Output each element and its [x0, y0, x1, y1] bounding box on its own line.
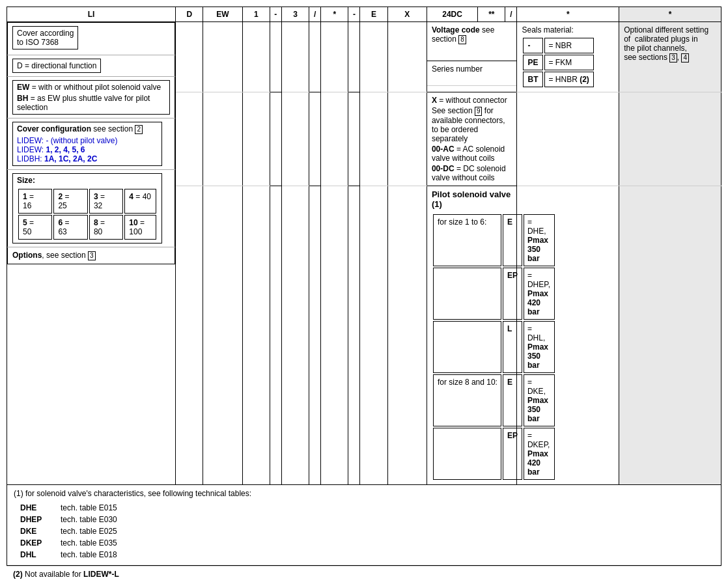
voltage-label: Voltage code — [432, 25, 480, 35]
x-connector — [387, 92, 427, 186]
cover-config-title: Cover configuration see section 2 — [17, 124, 158, 134]
bh-line: BH = as EW plus shuttle valve for pilot … — [17, 94, 165, 112]
ew-line: EW = with or whithout pilot solenoid val… — [17, 83, 165, 92]
header-starstar: ** — [478, 7, 505, 22]
cover-config-label: Cover configuration — [17, 124, 91, 133]
fn1-dhl-label: DHL — [15, 549, 54, 560]
dash1-pilot — [270, 186, 281, 485]
seals-dash: - — [523, 38, 542, 53]
header-row: LI D EW 1 - 3 / * - E X 24DC ** / * * — [7, 7, 721, 22]
ew-label: EW — [17, 83, 29, 92]
ew-section: EW = with or whithout pilot solenoid val… — [8, 77, 175, 118]
size-title: Size: — [17, 176, 158, 185]
header-star2: * — [517, 7, 619, 22]
e-pilot — [360, 186, 387, 485]
seals-row-fkm: PE = FKM — [523, 55, 593, 70]
header-star3: * — [619, 7, 721, 22]
seals-row-hnbr: BT = HNBR (2) — [523, 72, 593, 87]
main-page: LI D EW 1 - 3 / * - E X 24DC ** / * * — [7, 7, 721, 582]
size-8: 8 = 80 — [89, 215, 123, 240]
cover-section: Cover according to ISO 7368 — [8, 23, 175, 55]
slash1-pilot — [309, 186, 321, 485]
size-section: Size: 1 = 16 2 = 25 3 = 32 4 = 40 5 = 50 — [8, 170, 175, 247]
connector-info-cell: X = without connector See section 9 for … — [427, 92, 517, 186]
size-6: 6 = 63 — [53, 215, 87, 240]
options-label: Options — [12, 251, 42, 260]
seals-title: Seals material: — [522, 25, 614, 35]
num3-col-cell — [281, 22, 309, 92]
section8-box: 8 — [458, 35, 466, 44]
optional-pilot — [619, 186, 721, 485]
dash1-col-cell — [270, 22, 281, 92]
directional-text: D = directional function — [17, 61, 96, 70]
seals-cell: Seals material: - = NBR PE = FKM BT = HN… — [517, 22, 619, 92]
pilot-table: for size 1 to 6: E = DHE, Pmax 350 bar E… — [432, 213, 556, 481]
num3-connector — [281, 92, 309, 186]
series-cell: Series number — [427, 61, 517, 86]
x-label: X — [432, 96, 437, 105]
directional-box: D = directional function — [12, 59, 101, 73]
header-slash2: / — [505, 7, 517, 22]
fn1-dhep-label: DHEP — [15, 514, 54, 525]
bh-text: = as EW plus shuttle valve for pilot sel… — [17, 94, 150, 112]
optional-text: Optional different settingof calibrated … — [624, 25, 716, 63]
pilot-title: Pilot solenoid valve (1) — [432, 189, 512, 209]
seals-row-nbr: - = NBR — [523, 38, 593, 53]
ac-line: 00-AC = AC solenoid valve without coils — [432, 145, 512, 163]
size-row-1: 1 = 16 2 = 25 3 = 32 4 = 40 — [18, 189, 156, 214]
lidew-nums-text: 1, 2, 4, 5, 6 — [46, 145, 85, 154]
header-e: E — [360, 7, 387, 22]
fn2-text: (2) Not available for LIDEW*-L — [13, 570, 715, 579]
dc-label: 00-DC — [432, 164, 455, 173]
cover-text: Cover according to ISO 7368 — [17, 29, 74, 47]
x-line: X = without connector — [432, 96, 512, 105]
lidew-nums: LIDEW: 1, 2, 4, 5, 6 — [17, 145, 158, 154]
footnote-area: (1) for solenoid valve's characteristics… — [7, 485, 721, 566]
header-d: D — [176, 7, 203, 22]
section4-ref: 4 — [681, 53, 689, 63]
fn2-area: (2) Not available for LIDEW*-L — [7, 566, 721, 582]
cover-config-section: Cover configuration see section 2 LIDEW:… — [8, 118, 175, 170]
ew-box: EW = with or whithout pilot solenoid val… — [12, 80, 170, 115]
header-1: 1 — [242, 7, 270, 22]
fn1-dhe-label: DHE — [15, 503, 54, 513]
dash2-connector — [348, 92, 360, 186]
lidew-minus: LIDEW: - (without pilot valve) — [17, 136, 158, 145]
header-slash1: / — [309, 7, 321, 22]
d-connector — [176, 92, 203, 186]
section9-box: 9 — [475, 107, 483, 116]
dash1-connector — [270, 92, 281, 186]
header-24dc: 24DC — [427, 7, 477, 22]
lidbh-text: 1A, 1C, 2A, 2C — [44, 154, 97, 163]
series-text: Series number — [432, 64, 483, 74]
seals-bt: BT — [523, 72, 542, 87]
d-col-cell — [176, 22, 203, 92]
pilot-ep-8-10-spacer — [433, 428, 501, 480]
ew-pilot — [203, 186, 242, 485]
pilot-l-spacer — [433, 321, 501, 373]
ew-connector — [203, 92, 242, 186]
see-line: See section 9 for available connectors, … — [432, 106, 512, 143]
fn1-dhl-val: tech. table E018 — [55, 549, 713, 560]
fn1-dkep-label: DKEP — [15, 538, 54, 548]
seals-nbr: = NBR — [544, 38, 594, 53]
num3-pilot — [281, 186, 309, 485]
size-10: 10 = 100 — [124, 215, 156, 240]
slash1-col-cell — [309, 22, 321, 92]
pilot-info-cell: Pilot solenoid valve (1) for size 1 to 6… — [427, 186, 517, 485]
seals-fkm: = FKM — [544, 55, 594, 70]
seals-pe: PE — [523, 55, 542, 70]
x-col-cell — [387, 22, 427, 92]
fn1-table: DHE tech. table E015 DHEP tech. table E0… — [14, 501, 714, 561]
main-table: LI D EW 1 - 3 / * - E X 24DC ** / * * — [7, 7, 721, 485]
header-dash1: - — [270, 7, 281, 22]
num1-col-cell — [242, 22, 270, 92]
section2-box: 2 — [135, 125, 143, 134]
options-section: Options, see section 3 — [8, 247, 175, 264]
lidbh-line: LIDBH: 1A, 1C, 2A, 2C — [17, 154, 158, 163]
size-5: 5 = 50 — [18, 215, 52, 240]
fn1-dhl: DHL tech. table E018 — [15, 549, 713, 560]
fn1-dkep: DKEP tech. table E035 — [15, 538, 713, 548]
header-x: X — [387, 7, 427, 22]
size-row-2: 5 = 50 6 = 63 8 = 80 10 = 100 — [18, 215, 156, 240]
